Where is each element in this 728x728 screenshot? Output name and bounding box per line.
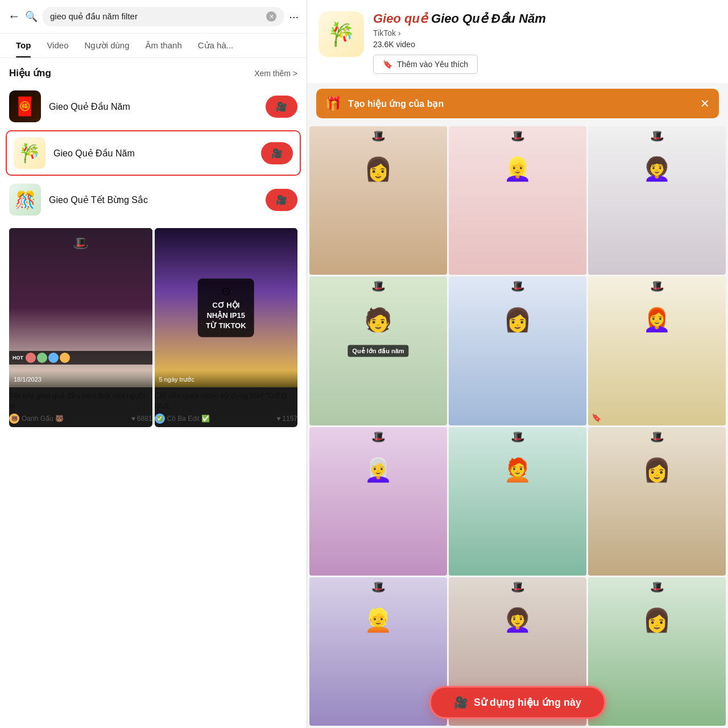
hat-top-7: 🎩 xyxy=(371,430,386,444)
face-7: 👩‍🦳 xyxy=(364,457,392,483)
photo-inner-3: 🎩 👩‍🦱 xyxy=(588,126,726,275)
hat-top-4: 🎩 xyxy=(371,279,386,293)
search-input-box[interactable]: gieo quẻ đầu năm filter ✕ xyxy=(42,7,284,26)
search-clear-button[interactable]: ✕ xyxy=(266,11,276,22)
video-thumbnail-2: ⊙ CƠ HỘINHẬN IP15TỪ TIKTOK 5 ngày trước xyxy=(155,228,298,387)
effects-section-header: Hiệu ứng Xem thêm > xyxy=(0,58,307,85)
effect-info: Gieo quẻ Gieo Quẻ Đầu Năm TikTok › 23.6K… xyxy=(373,11,717,74)
use-effect-button[interactable]: 🎥 Sử dụng hiệu ứng này xyxy=(429,686,606,719)
video-likes-2: ♥ 1157 xyxy=(276,415,297,423)
tiktok-logo: ⊙ xyxy=(206,284,246,298)
bookmark-icon: 🔖 xyxy=(383,60,392,69)
tab-bar: Top Video Người dùng Âm thanh Cửa hà... xyxy=(0,34,307,58)
mini-av-1 xyxy=(26,353,36,363)
face-10: 👱 xyxy=(364,607,392,634)
effect-name-1: Gieo Quẻ Đầu Năm xyxy=(49,101,258,112)
mini-av-3 xyxy=(48,353,59,363)
hat-top-9: 🎩 xyxy=(650,430,664,444)
video-date-1: 18/1/2023 xyxy=(14,376,42,383)
photo-inner-8: 🎩 🧑‍🦰 xyxy=(449,427,586,576)
video-meta-1: Tết này gieo quẻ đầu năm thôi mọi người … xyxy=(9,387,152,427)
left-panel: ← 🔍 gieo quẻ đầu năm filter ✕ ··· Top Vi… xyxy=(0,0,307,728)
photo-inner-9: 🎩 👩 xyxy=(588,427,726,576)
heart-icon-2: ♥ xyxy=(276,415,280,423)
tab-cua-hang[interactable]: Cửa hà... xyxy=(190,34,242,57)
effect-item-3[interactable]: 🎊 Gieo Quẻ Tết Bừng Sắc 🎥 xyxy=(0,178,307,221)
camera-icon-2: 🎥 xyxy=(271,148,283,159)
tab-video[interactable]: Video xyxy=(39,34,76,57)
banner-emoji: 🎁 xyxy=(325,96,342,111)
record-video-btn-3[interactable]: 🎥 xyxy=(266,189,297,211)
photo-inner-4: 🎩 🧑 Quẻ lớn đầu năm xyxy=(309,276,447,425)
effect-detail-header: 🎋 Gieo quẻ Gieo Quẻ Đầu Năm TikTok › 23.… xyxy=(307,0,728,83)
camera-icon-1: 🎥 xyxy=(276,101,287,112)
back-button[interactable]: ← xyxy=(8,9,20,24)
see-more-button[interactable]: Xem thêm > xyxy=(254,69,297,78)
effect-thumb-emoji-3: 🎊 xyxy=(15,190,36,210)
hat-top-12: 🎩 xyxy=(650,580,664,594)
gieo-que-text: Gieo quẻ xyxy=(373,11,428,26)
create-effect-banner[interactable]: 🎁 Tạo hiệu ứng của bạn ✕ xyxy=(316,89,719,118)
add-favorite-button[interactable]: 🔖 Thêm vào Yêu thích xyxy=(373,55,478,74)
photo-cell-10[interactable]: 🎩 👱 xyxy=(309,577,447,726)
photo-cell-9[interactable]: 🎩 👩 xyxy=(588,427,726,576)
video-grid: 🎩 HOT 18/1/2023 xyxy=(0,221,307,434)
tab-top[interactable]: Top xyxy=(8,34,39,57)
right-panel: 🎋 Gieo quẻ Gieo Quẻ Đầu Năm TikTok › 23.… xyxy=(307,0,728,728)
video-title-1: Tết này gieo quẻ đầu năm thôi mọi người … xyxy=(9,391,152,411)
hat-top-1: 🎩 xyxy=(371,129,386,143)
hot-label: HOT xyxy=(13,355,23,361)
record-video-btn-2[interactable]: 🎥 xyxy=(261,142,293,164)
record-video-btn-1[interactable]: 🎥 xyxy=(266,96,297,118)
face-1: 👩 xyxy=(364,156,392,183)
camera-icon-3: 🎥 xyxy=(276,195,287,205)
dau-nam-text: Gieo Quẻ Đầu Năm xyxy=(431,11,546,26)
video-column-2: ⊙ CƠ HỘINHẬN IP15TỪ TIKTOK 5 ngày trước … xyxy=(155,228,298,427)
video-likes-1: ♥ 6881 xyxy=(131,415,152,423)
photo-inner-5: 🎩 👩 xyxy=(449,276,586,425)
hat-top-6: 🎩 xyxy=(650,279,664,293)
banner-text: Tạo hiệu ứng của bạn xyxy=(348,98,694,109)
face-2: 👱‍♀️ xyxy=(503,156,532,183)
photo-cell-12[interactable]: 🎩 👩 xyxy=(588,577,726,726)
author-name-2: Cô Ba Edit ✅ xyxy=(167,415,210,423)
tab-nguoi-dung[interactable]: Người dùng xyxy=(76,34,137,57)
hat-icon-1: 🎩 xyxy=(73,236,88,251)
hot-bar-1: HOT xyxy=(9,351,152,365)
photo-cell-8[interactable]: 🎩 🧑‍🦰 xyxy=(449,427,586,576)
tab-am-thanh[interactable]: Âm thanh xyxy=(138,34,190,57)
hat-top-11: 🎩 xyxy=(511,580,525,594)
hat-top-10: 🎩 xyxy=(371,580,386,594)
banner-close-button[interactable]: ✕ xyxy=(700,97,710,110)
face-11: 👩‍🦱 xyxy=(503,607,532,634)
video-card-1[interactable]: 🎩 HOT 18/1/2023 xyxy=(9,228,152,427)
photo-cell-2[interactable]: 🎩 👱‍♀️ xyxy=(449,126,586,275)
video-date-2: 5 ngày trước xyxy=(159,376,195,383)
face-12: 👩 xyxy=(643,607,671,634)
effect-thumb-3: 🎊 xyxy=(9,184,41,216)
photo-cell-1[interactable]: 🎩 👩 xyxy=(309,126,447,275)
photo-inner-1: 🎩 👩 xyxy=(309,126,447,275)
photo-cell-3[interactable]: 🎩 👩‍🦱 xyxy=(588,126,726,275)
effect-name-2: Gieo Quẻ Đầu Năm xyxy=(53,148,253,159)
platform-link[interactable]: TikTok › xyxy=(373,28,717,38)
search-query-text: gieo quẻ đầu năm filter xyxy=(50,11,262,22)
photo-grid: 🎩 👩 🎩 👱‍♀️ 🎩 👩‍🦱 🎩 🧑 Quẻ lớn đầu năm xyxy=(307,124,728,728)
face-6: 👩‍🦰 xyxy=(643,307,671,333)
effect-item-1[interactable]: 🧧 Gieo Quẻ Đầu Năm 🎥 xyxy=(0,85,307,128)
grid-overlay-label: Quẻ lớn đầu năm xyxy=(348,345,408,357)
photo-cell-6[interactable]: 🎩 👩‍🦰 🔖 xyxy=(588,276,726,425)
photo-cell-7[interactable]: 🎩 👩‍🦳 xyxy=(309,427,447,576)
effect-item-2-highlighted[interactable]: 🎋 Gieo Quẻ Đầu Năm 🎥 xyxy=(6,130,301,176)
hat-top-2: 🎩 xyxy=(511,129,525,143)
effect-thumb-emoji-1: 🧧 xyxy=(14,96,36,117)
mini-avatars xyxy=(26,353,70,363)
search-bar: ← 🔍 gieo quẻ đầu năm filter ✕ ··· xyxy=(0,0,307,34)
photo-cell-4[interactable]: 🎩 🧑 Quẻ lớn đầu năm xyxy=(309,276,447,425)
bookmark-corner-6: 🔖 xyxy=(592,413,601,422)
more-options-button[interactable]: ··· xyxy=(289,10,299,23)
effect-logo-emoji: 🎋 xyxy=(327,21,355,48)
video-thumbnail-1: 🎩 HOT 18/1/2023 xyxy=(9,228,152,387)
video-card-2[interactable]: ⊙ CƠ HỘINHẬN IP15TỪ TIKTOK 5 ngày trước … xyxy=(155,228,298,427)
photo-cell-5[interactable]: 🎩 👩 xyxy=(449,276,586,425)
